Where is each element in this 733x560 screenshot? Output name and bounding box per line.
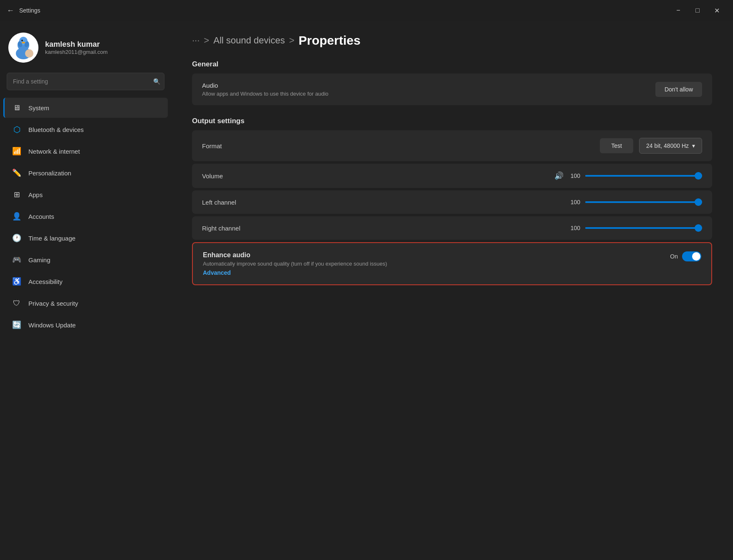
privacy-icon: 🛡 (12, 298, 22, 308)
svg-point-8 (25, 49, 33, 58)
output-section-title: Output settings (192, 117, 712, 125)
sidebar-item-label: Gaming (28, 256, 51, 264)
sidebar-item-privacy[interactable]: 🛡 Privacy & security (3, 293, 168, 313)
sidebar-item-label: Network & internet (28, 148, 80, 155)
left-channel-slider-container: 100 (569, 198, 702, 206)
window-controls: − □ ✕ (669, 3, 726, 18)
svg-point-6 (21, 40, 23, 41)
left-channel-row: Left channel 100 (192, 190, 712, 214)
sidebar-item-label: System (28, 104, 49, 111)
sidebar-item-label: Privacy & security (28, 300, 78, 307)
enhance-audio-sub: Automatically improve sound quality (tur… (203, 261, 387, 267)
maximize-button[interactable]: □ (688, 3, 707, 18)
dont-allow-button[interactable]: Don't allow (655, 82, 702, 97)
audio-sub: Allow apps and Windows to use this devic… (202, 91, 329, 97)
back-button[interactable]: ← (7, 6, 14, 15)
breadcrumb-properties: Properties (298, 33, 360, 48)
sidebar-item-time[interactable]: 🕐 Time & language (3, 228, 168, 248)
sidebar-item-label: Personalization (28, 170, 71, 177)
sidebar-item-label: Accessibility (28, 278, 63, 285)
advanced-link[interactable]: Advanced (203, 269, 387, 276)
volume-slider-container: 🔊 100 (554, 171, 702, 180)
sidebar-item-label: Accounts (28, 213, 54, 220)
app-title: Settings (19, 7, 40, 14)
breadcrumb-all-sound[interactable]: All sound devices (213, 35, 285, 46)
sidebar: kamlesh kumar kamlesh2011@gmail.com 🔍 🖥 … (0, 21, 171, 560)
accessibility-icon: ♿ (12, 276, 22, 286)
format-value: 24 bit, 48000 Hz (646, 142, 689, 149)
main-content: kamlesh kumar kamlesh2011@gmail.com 🔍 🖥 … (0, 21, 733, 560)
sidebar-item-label: Windows Update (28, 322, 76, 329)
search-box: 🔍 (7, 73, 164, 90)
format-label: Format (202, 142, 222, 150)
update-icon: 🔄 (12, 320, 22, 330)
close-button[interactable]: ✕ (707, 3, 726, 18)
audio-title: Audio (202, 82, 329, 89)
toggle-area: On (670, 251, 701, 261)
format-controls: Test 24 bit, 48000 Hz ▾ (600, 138, 702, 154)
output-section: Output settings Format Test 24 bit, 4800… (192, 117, 712, 285)
gaming-icon: 🎮 (12, 255, 22, 265)
volume-icon: 🔊 (554, 171, 564, 180)
avatar-image (8, 33, 38, 63)
toggle-knob (692, 252, 700, 261)
personalization-icon: ✏️ (12, 168, 22, 178)
sidebar-item-accounts[interactable]: 👤 Accounts (3, 206, 168, 226)
volume-value: 100 (569, 172, 580, 179)
breadcrumb-sep1: > (204, 35, 209, 46)
network-icon: 📶 (12, 146, 22, 156)
enhance-audio-card: Enhance audio Automatically improve soun… (192, 242, 712, 285)
toggle-label: On (670, 253, 678, 260)
volume-slider[interactable] (585, 172, 702, 180)
general-section-title: General (192, 60, 712, 68)
sidebar-item-update[interactable]: 🔄 Windows Update (3, 315, 168, 335)
svg-point-7 (22, 42, 25, 43)
window: ← Settings − □ ✕ (0, 0, 733, 560)
format-row: Format Test 24 bit, 48000 Hz ▾ (192, 130, 712, 161)
profile-email: kamlesh2011@gmail.com (45, 49, 108, 55)
sidebar-item-apps[interactable]: ⊞ Apps (3, 185, 168, 205)
apps-icon: ⊞ (12, 190, 22, 200)
volume-label: Volume (202, 172, 223, 180)
right-channel-row: Right channel 100 (192, 216, 712, 240)
sidebar-item-gaming[interactable]: 🎮 Gaming (3, 250, 168, 270)
main-area: ··· > All sound devices > Properties Gen… (171, 21, 733, 560)
right-channel-slider[interactable] (585, 224, 702, 232)
minimize-button[interactable]: − (669, 3, 688, 18)
left-channel-value: 100 (569, 199, 580, 205)
time-icon: 🕐 (12, 233, 22, 243)
profile-name: kamlesh kumar (45, 40, 108, 49)
enhance-audio-info: Enhance audio Automatically improve soun… (203, 251, 387, 276)
left-channel-label: Left channel (202, 199, 236, 206)
search-input[interactable] (7, 73, 164, 90)
sidebar-item-label: Time & language (28, 235, 76, 242)
sidebar-item-bluetooth[interactable]: ⬡ Bluetooth & devices (3, 119, 168, 139)
search-icon: 🔍 (153, 78, 160, 85)
format-dropdown[interactable]: 24 bit, 48000 Hz ▾ (639, 138, 702, 154)
titlebar: ← Settings − □ ✕ (0, 0, 733, 21)
audio-card: Audio Allow apps and Windows to use this… (192, 73, 712, 105)
sidebar-item-label: Apps (28, 191, 43, 198)
left-channel-slider[interactable] (585, 198, 702, 206)
breadcrumb: ··· > All sound devices > Properties (192, 33, 712, 48)
enhance-audio-toggle[interactable] (682, 251, 701, 261)
right-channel-value: 100 (569, 225, 580, 231)
sidebar-item-accessibility[interactable]: ♿ Accessibility (3, 271, 168, 291)
sidebar-item-system[interactable]: 🖥 System (3, 98, 168, 118)
sidebar-item-network[interactable]: 📶 Network & internet (3, 141, 168, 161)
right-channel-slider-container: 100 (569, 224, 702, 232)
bluetooth-icon: ⬡ (12, 124, 22, 134)
volume-row: Volume 🔊 100 (192, 164, 712, 188)
enhance-audio-title: Enhance audio (203, 251, 387, 259)
audio-info: Audio Allow apps and Windows to use this… (202, 82, 329, 97)
profile-section: kamlesh kumar kamlesh2011@gmail.com (0, 26, 171, 73)
sidebar-item-personalization[interactable]: ✏️ Personalization (3, 163, 168, 183)
test-button[interactable]: Test (600, 138, 633, 153)
accounts-icon: 👤 (12, 211, 22, 221)
right-channel-label: Right channel (202, 225, 240, 232)
system-icon: 🖥 (12, 103, 22, 113)
sidebar-item-label: Bluetooth & devices (28, 126, 84, 133)
breadcrumb-dots[interactable]: ··· (192, 35, 200, 46)
chevron-down-icon: ▾ (692, 142, 695, 149)
breadcrumb-sep2: > (289, 35, 294, 46)
